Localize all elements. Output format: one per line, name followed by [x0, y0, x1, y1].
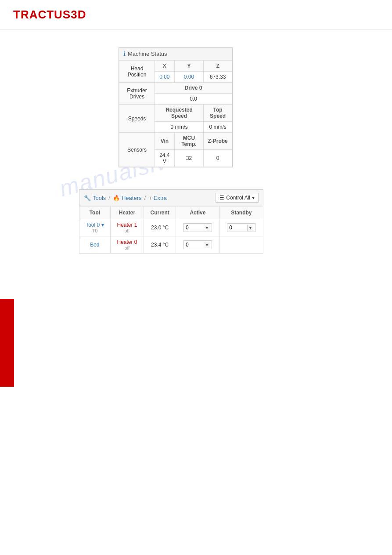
y-value: 0.00 [174, 72, 203, 83]
standby-dropdown-btn[interactable]: ▾ [247, 225, 253, 231]
heater-link[interactable]: Heater 1 [117, 222, 137, 228]
speeds-header-row: Speeds Requested Speed Top Speed [119, 105, 232, 122]
menu-icon: ☰ [219, 195, 224, 201]
vin-value: 24.4 V [155, 150, 175, 167]
active-input[interactable] [184, 241, 204, 249]
heaters-icon: 🔥 [113, 195, 120, 201]
tools-table-head: Tool Heater Current Active Standby [79, 207, 263, 219]
standby-input-cell[interactable] [219, 236, 263, 254]
drive-value: 0.0 [155, 94, 232, 105]
sensors-header-row: Sensors Vin MCU Temp. Z-Probe [119, 133, 232, 150]
active-input-cell[interactable]: ▾ [176, 236, 219, 254]
chevron-down-icon: ▾ [252, 195, 255, 201]
logo: TRACTUS3D [13, 8, 379, 22]
active-input[interactable] [184, 224, 204, 232]
active-input-group[interactable]: ▾ [183, 240, 212, 249]
red-sidebar-bar [0, 299, 14, 387]
tools-table: Tool Heater Current Active Standby Tool … [79, 206, 263, 254]
active-dropdown-btn[interactable]: ▾ [204, 225, 210, 231]
extruder-drives-label: Extruder Drives [119, 83, 155, 105]
col-heater: Heater [110, 207, 144, 219]
tool-link[interactable]: Bed [90, 242, 99, 248]
active-input-group[interactable]: ▾ [183, 223, 212, 232]
logo-red: 3D [71, 8, 86, 21]
tools-link[interactable]: Tools [93, 195, 106, 201]
machine-status-title: ℹ Machine Status [119, 48, 232, 60]
mcu-temp-value: 32 [174, 150, 203, 167]
extra-icon: + [148, 195, 152, 201]
x-header: X [155, 61, 175, 72]
control-all-button[interactable]: ☰ Control All ▾ [216, 193, 259, 203]
col-current: Current [144, 207, 176, 219]
separator-2: / [144, 195, 146, 201]
main-content: manualsive.com ℹ Machine Status Head Pos… [0, 30, 392, 245]
tools-header: 🔧 Tools / 🔥 Heaters / + Extra ☰ Control … [79, 189, 263, 206]
tools-icon: 🔧 [84, 195, 91, 201]
x-value: 0.00 [155, 72, 175, 83]
mcu-temp-header: MCU Temp. [174, 133, 203, 150]
heater-link[interactable]: Heater 0 [117, 239, 137, 245]
tools-table-body: Tool 0 ▾T0Heater 1off23.0 °C ▾ ▾ BedHeat… [79, 219, 263, 254]
col-active: Active [176, 207, 219, 219]
logo-black: TRACTUS [13, 8, 71, 21]
vin-header: Vin [155, 133, 175, 150]
logo-text: TRACTUS3D [13, 8, 86, 22]
control-all-label: Control All [226, 195, 250, 201]
current-temp: 23.0 °C [144, 219, 176, 236]
col-tool: Tool [79, 207, 111, 219]
tools-header-left: 🔧 Tools / 🔥 Heaters / + Extra [84, 195, 167, 201]
top-speed-value: 0 mm/s [204, 122, 232, 133]
active-dropdown-btn[interactable]: ▾ [204, 242, 210, 248]
tool-link[interactable]: Tool 0 ▾ [86, 222, 104, 228]
z-probe-value: 0 [204, 150, 232, 167]
standby-input-group[interactable]: ▾ [227, 223, 255, 232]
heaters-link[interactable]: Heaters [122, 195, 142, 201]
head-position-label: Head Position [119, 61, 155, 83]
requested-speed-value: 0 mm/s [155, 122, 204, 133]
separator-1: / [108, 195, 110, 201]
head-position-header-row: Head Position X Y Z [119, 61, 232, 72]
sensors-label: Sensors [119, 133, 155, 167]
standby-input[interactable] [227, 224, 247, 232]
machine-status-label: Machine Status [128, 51, 167, 57]
y-header: Y [174, 61, 203, 72]
drive-header: Drive 0 [155, 83, 232, 94]
info-icon: ℹ [123, 51, 126, 57]
header: TRACTUS3D [0, 0, 392, 30]
machine-status-panel: ℹ Machine Status Head Position X Y Z 0.0… [119, 47, 233, 167]
col-standby: Standby [219, 207, 263, 219]
z-probe-header: Z-Probe [204, 133, 232, 150]
current-temp: 23.4 °C [144, 236, 176, 254]
speeds-label: Speeds [119, 105, 155, 133]
z-value: 673.33 [204, 72, 232, 83]
table-row: BedHeater 0off23.4 °C ▾ [79, 236, 263, 254]
top-speed-header: Top Speed [204, 105, 232, 122]
standby-input-cell[interactable]: ▾ [219, 219, 263, 236]
requested-speed-header: Requested Speed [155, 105, 204, 122]
extruder-drives-header-row: Extruder Drives Drive 0 [119, 83, 232, 94]
z-header: Z [204, 61, 232, 72]
status-table: Head Position X Y Z 0.00 0.00 673.33 Ext… [119, 60, 232, 167]
tools-panel: 🔧 Tools / 🔥 Heaters / + Extra ☰ Control … [79, 189, 263, 254]
extra-link[interactable]: Extra [154, 195, 167, 201]
active-input-cell[interactable]: ▾ [176, 219, 219, 236]
table-row: Tool 0 ▾T0Heater 1off23.0 °C ▾ ▾ [79, 219, 263, 236]
tools-table-header-row: Tool Heater Current Active Standby [79, 207, 263, 219]
